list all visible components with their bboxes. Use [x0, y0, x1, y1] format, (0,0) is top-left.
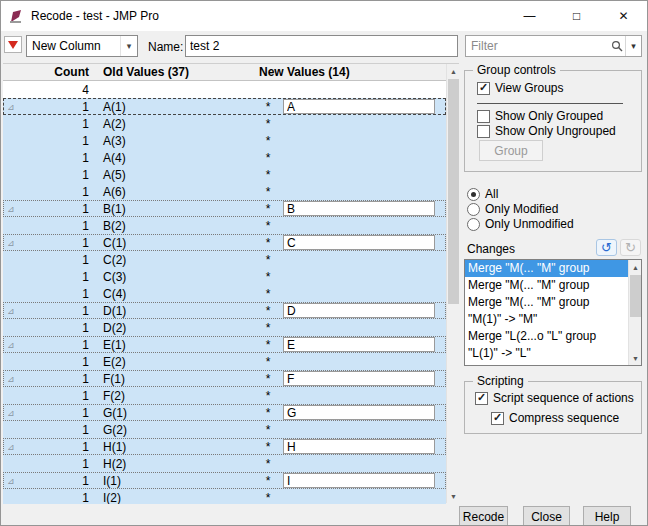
table-row[interactable]: ⊿1F(1)* [3, 370, 446, 387]
table-row[interactable]: 1G(2)* [3, 421, 446, 438]
table-row[interactable]: 1I(2)* [3, 489, 446, 504]
filter-input[interactable] [466, 39, 609, 53]
table-row[interactable]: ⊿1C(1)* [3, 234, 446, 251]
changes-list-item[interactable]: "M(1)" -> "M" [465, 311, 641, 328]
new-value-input[interactable] [283, 99, 435, 114]
search-icon [609, 40, 625, 52]
table-row[interactable]: 1E(2)* [3, 353, 446, 370]
scroll-up-icon[interactable]: ▲ [447, 64, 460, 78]
table-row[interactable]: 1A(6)* [3, 183, 446, 200]
red-triangle-menu-button[interactable] [4, 36, 22, 53]
new-value-input[interactable] [283, 337, 435, 352]
count-cell: 1 [19, 236, 97, 250]
group-controls-box: Group controls ✓ View Groups Show Only G… [464, 70, 642, 172]
column-type-value: New Column [27, 39, 120, 53]
group-marker-icon: ⊿ [3, 102, 19, 112]
changes-list-item[interactable]: Merge "M(... "M" group [465, 294, 641, 311]
table-row[interactable]: 1A(4)* [3, 149, 446, 166]
old-value-cell: C(3) [97, 270, 255, 284]
changes-list-item[interactable]: Merge "L(2...o "L" group [465, 328, 641, 345]
group-button[interactable]: Group [479, 140, 543, 161]
table-row[interactable]: 1F(2)* [3, 387, 446, 404]
old-value-cell: A(6) [97, 185, 255, 199]
new-value-input[interactable] [283, 201, 435, 216]
table-row[interactable]: 1A(5)* [3, 166, 446, 183]
table-row[interactable]: ⊿1E(1)* [3, 336, 446, 353]
redo-icon: ↻ [625, 241, 636, 254]
table-row[interactable]: 1B(2)* [3, 217, 446, 234]
table-row[interactable]: ⊿1D(1)* [3, 302, 446, 319]
compress-sequence-checkbox[interactable]: ✓ Compress sequence [491, 411, 619, 425]
scroll-up-icon[interactable]: ▲ [629, 260, 642, 274]
star-cell: * [255, 440, 281, 454]
changes-list-item[interactable]: Merge "M(... "M" group [465, 260, 641, 277]
maximize-button[interactable]: □ [553, 1, 600, 31]
group-marker-icon: ⊿ [3, 442, 19, 452]
radio-label: Only Modified [485, 202, 558, 216]
name-input[interactable] [185, 35, 458, 57]
old-value-cell: G(1) [97, 406, 255, 420]
column-type-dropdown[interactable]: New Column ▾ [26, 35, 138, 57]
all-radio[interactable]: All [467, 187, 498, 201]
new-value-cell [281, 337, 446, 352]
help-button[interactable]: Help [583, 506, 631, 526]
new-value-input[interactable] [283, 303, 435, 318]
table-row[interactable]: ⊿1B(1)* [3, 200, 446, 217]
count-cell: 1 [19, 117, 97, 131]
show-only-ungrouped-checkbox[interactable]: Show Only Ungrouped [477, 124, 616, 138]
table-scrollbar[interactable]: ▲ ▼ [446, 64, 459, 503]
script-sequence-checkbox[interactable]: ✓ Script sequence of actions [475, 391, 634, 405]
table-row[interactable]: 1A(2)* [3, 115, 446, 132]
checkbox-label: Script sequence of actions [493, 391, 634, 405]
star-cell: * [255, 389, 281, 403]
only-modified-radio[interactable]: Only Modified [467, 202, 558, 216]
changes-list-item[interactable]: "L(1)" -> "L" [465, 345, 641, 362]
recode-button[interactable]: Recode [459, 506, 508, 526]
old-value-cell: H(1) [97, 440, 255, 454]
table-row[interactable]: 1C(2)* [3, 251, 446, 268]
star-cell: * [255, 168, 281, 182]
table-row[interactable]: 4 [3, 81, 446, 98]
filter-box: ▾ [465, 35, 642, 57]
filter-dropdown-button[interactable]: ▾ [625, 36, 641, 56]
table-row[interactable]: ⊿1A(1)* [3, 98, 446, 115]
scrollbar-thumb[interactable] [630, 275, 641, 317]
star-cell: * [255, 423, 281, 437]
close-button[interactable]: Close [523, 506, 570, 526]
new-value-input[interactable] [283, 439, 435, 454]
minimize-button[interactable]: — [506, 1, 553, 31]
count-cell: 1 [19, 457, 97, 471]
table-row[interactable]: 1C(4)* [3, 285, 446, 302]
count-cell: 1 [19, 406, 97, 420]
table-row[interactable]: ⊿1G(1)* [3, 404, 446, 421]
star-cell: * [255, 406, 281, 420]
scroll-down-icon[interactable]: ▼ [447, 489, 460, 503]
scroll-down-icon[interactable]: ▼ [629, 351, 642, 365]
new-value-input[interactable] [283, 405, 435, 420]
new-value-input[interactable] [283, 371, 435, 386]
show-only-grouped-checkbox[interactable]: Show Only Grouped [477, 109, 603, 123]
new-value-input[interactable] [283, 235, 435, 250]
old-value-cell: A(2) [97, 117, 255, 131]
count-cell: 1 [19, 491, 97, 505]
scrollbar-thumb[interactable] [448, 79, 459, 304]
table-row[interactable]: ⊿1I(1)* [3, 472, 446, 489]
view-groups-checkbox[interactable]: ✓ View Groups [477, 81, 563, 95]
only-unmodified-radio[interactable]: Only Unmodified [467, 217, 574, 231]
close-window-button[interactable]: ✕ [600, 1, 647, 31]
star-cell: * [255, 202, 281, 216]
redo-button[interactable]: ↻ [620, 239, 641, 256]
table-row[interactable]: ⊿1H(1)* [3, 438, 446, 455]
changes-scrollbar[interactable]: ▲ ▼ [628, 260, 641, 365]
undo-button[interactable]: ↺ [596, 239, 617, 256]
table-row[interactable]: 1H(2)* [3, 455, 446, 472]
toolbar: New Column ▾ Name: ▾ [1, 31, 647, 63]
old-value-cell: I(2) [97, 491, 255, 505]
table-row[interactable]: 1A(3)* [3, 132, 446, 149]
changes-list-item[interactable]: Merge "M(... "M" group [465, 277, 641, 294]
count-cell: 1 [19, 304, 97, 318]
new-value-input[interactable] [283, 473, 435, 488]
count-cell: 1 [19, 355, 97, 369]
table-row[interactable]: 1D(2)* [3, 319, 446, 336]
table-row[interactable]: 1C(3)* [3, 268, 446, 285]
